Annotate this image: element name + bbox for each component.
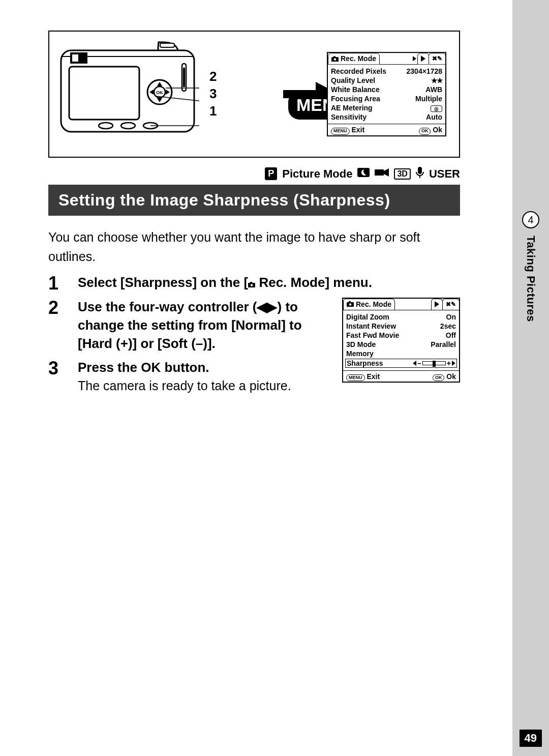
label-ae-metering: AE Metering	[331, 104, 373, 112]
svg-point-36	[349, 303, 351, 305]
svg-point-13	[99, 123, 113, 129]
camera-back-icon: OK	[57, 41, 199, 146]
value-fast-fwd-movie: Off	[446, 331, 456, 339]
step-1-num: 1	[48, 273, 65, 294]
value-sensitivity: Auto	[426, 113, 442, 121]
footer-ok: OK Ok	[419, 126, 442, 135]
rec-mode-screen-1: Rec. Mode ✖✎ Recorded Pixels2304×1728 Qu…	[327, 52, 446, 136]
svg-point-33	[251, 284, 253, 286]
label-sharpness: Sharpness	[347, 359, 383, 367]
svg-rect-3	[72, 54, 78, 62]
svg-rect-29	[418, 167, 422, 174]
p-mode-icon: P	[265, 167, 277, 180]
label-digital-zoom: Digital Zoom	[346, 313, 389, 321]
tab-playback	[431, 299, 443, 310]
label-3d-mode: 3D Mode	[346, 340, 376, 348]
callout-3: 3	[209, 85, 217, 103]
footer-ok: OK Ok	[433, 372, 456, 382]
rec-mode-screen-2: Rec. Mode ✖✎ Digital ZoomOn	[342, 298, 460, 383]
camera-icon	[331, 56, 339, 62]
svg-rect-4	[69, 67, 139, 120]
label-instant-review: Instant Review	[346, 322, 396, 330]
step-2-num: 2	[48, 298, 65, 353]
play-icon	[421, 55, 425, 62]
value-ae-metering: ◎	[431, 104, 442, 112]
label-fast-fwd-movie: Fast Fwd Movie	[346, 331, 399, 339]
value-instant-review: 2sec	[440, 322, 456, 330]
svg-rect-24	[333, 56, 336, 57]
step-3-title: Press the OK button.	[78, 358, 291, 376]
callout-numbers: 2 3 1	[209, 68, 217, 120]
picture-mode-label: Picture Mode	[282, 167, 352, 181]
svg-point-25	[334, 58, 336, 60]
chapter-number-badge: 4	[522, 211, 539, 228]
movie-icon	[375, 168, 389, 180]
svg-marker-28	[384, 168, 389, 177]
multi-metering-icon: ◎	[431, 105, 442, 112]
tools-icon: ✖✎	[446, 301, 456, 308]
step-3-text: The camera is ready to take a picture.	[78, 379, 291, 393]
step-2-title: Use the four-way controller (◀▶) to chan…	[78, 298, 331, 353]
value-3d-mode: Parallel	[431, 340, 456, 348]
svg-rect-17	[183, 68, 185, 87]
value-focusing-area: Multiple	[415, 95, 442, 103]
3d-icon: 3D	[394, 168, 410, 180]
step-2-3-row: 2 Use the four-way controller (◀▶) to ch…	[48, 298, 460, 394]
voice-icon	[416, 167, 424, 181]
callout-1: 1	[209, 103, 217, 120]
tab-setup: ✖✎	[442, 299, 460, 310]
tab-playback	[417, 53, 429, 64]
page: 4 Taking Pictures	[0, 0, 549, 756]
footer-exit: MENU Exit	[331, 126, 364, 135]
slider-indicator	[433, 361, 436, 367]
row-sharpness-selected: Sharpness – +	[345, 359, 457, 368]
step-1-title: Select [Sharpness] on the [ Rec. Mode] m…	[78, 273, 460, 292]
label-quality-level: Quality Level	[331, 76, 375, 84]
value-digital-zoom: On	[446, 313, 456, 321]
user-mode-label: USER	[429, 167, 460, 181]
camera-icon	[248, 282, 255, 287]
svg-text:OK: OK	[156, 90, 163, 95]
step-1: 1 Select [Sharpness] on the [ Rec. Mode]…	[48, 273, 460, 294]
tab-arrow-icon	[413, 56, 416, 61]
label-white-balance: White Balance	[331, 85, 380, 94]
svg-rect-5	[160, 43, 174, 47]
callout-2: 2	[209, 68, 217, 85]
tab-rec-mode: Rec. Mode	[343, 299, 395, 310]
left-arrow-icon	[413, 361, 416, 366]
picture-mode-bar: P Picture Mode 3D USER	[48, 167, 460, 181]
slider-track	[422, 361, 446, 365]
play-icon	[435, 301, 439, 307]
side-tab: 4 Taking Pictures	[512, 0, 549, 756]
tab-rec-mode: Rec. Mode	[328, 53, 380, 64]
value-white-balance: AWB	[425, 85, 442, 94]
tab-setup: ✖✎	[429, 53, 446, 64]
label-focusing-area: Focusing Area	[331, 95, 380, 103]
right-arrow-icon	[452, 361, 455, 366]
illustration-box: OK 2	[48, 31, 460, 158]
svg-point-14	[121, 123, 135, 129]
step-3-num: 3	[48, 358, 65, 393]
label-sensitivity: Sensitivity	[331, 113, 367, 121]
label-recorded-pixels: Recorded Pixels	[331, 67, 386, 75]
svg-rect-35	[349, 301, 351, 303]
section-heading: Setting the Image Sharpness (Sharpness)	[48, 185, 460, 216]
value-recorded-pixels: 2304×1728	[407, 67, 442, 75]
camera-illustration: OK	[57, 41, 199, 148]
svg-rect-27	[375, 169, 384, 176]
tools-icon: ✖✎	[432, 55, 442, 62]
footer-exit: MENU Exit	[346, 372, 380, 382]
sharpness-slider: – +	[413, 359, 455, 367]
label-memory: Memory	[346, 350, 374, 358]
intro-text: You can choose whether you want the imag…	[48, 228, 460, 266]
night-icon	[357, 168, 370, 180]
value-quality-level: ★★	[431, 76, 442, 84]
camera-icon	[347, 301, 354, 307]
svg-rect-32	[250, 282, 252, 283]
chapter-label: Taking Pictures	[524, 236, 537, 322]
page-number: 49	[520, 730, 542, 747]
